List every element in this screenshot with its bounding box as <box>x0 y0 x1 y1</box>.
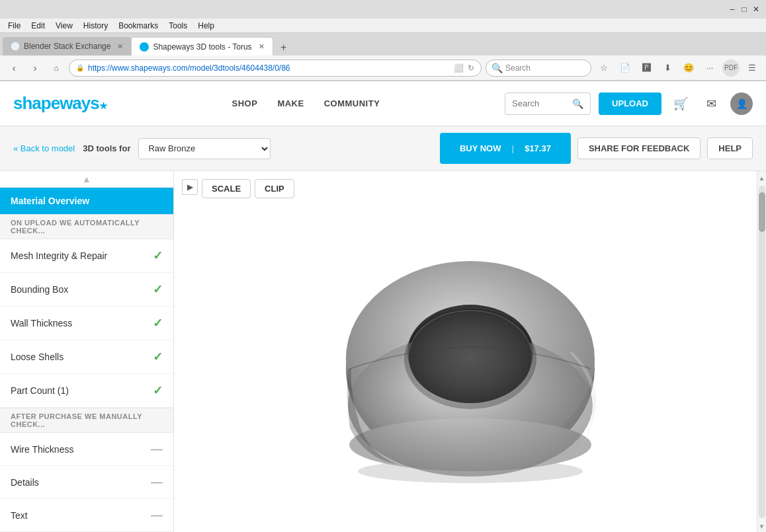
menu-tools[interactable]: Tools <box>163 21 192 30</box>
torus-model-svg <box>312 213 629 491</box>
scrollbar-down-button[interactable]: ▼ <box>757 519 767 532</box>
viewer-scrollbar[interactable]: ▲ ▼ <box>757 171 766 532</box>
tab-label-shapeways: Shapeways 3D tools - Torus <box>153 42 251 52</box>
check-details[interactable]: Details — <box>0 466 173 499</box>
check-part-label: Part Count (1) <box>11 385 69 396</box>
reader-button[interactable]: 📄 <box>617 59 634 77</box>
maximize-button[interactable]: □ <box>740 5 749 14</box>
menu-edit[interactable]: Edit <box>26 21 50 30</box>
avatar-icon: 👤 <box>736 98 747 109</box>
toolbar-right: BUY NOW | $17.37 SHARE FOR FEEDBACK HELP <box>440 133 753 164</box>
material-overview-header[interactable]: Material Overview <box>0 188 173 214</box>
buy-now-button[interactable]: BUY NOW | $17.37 <box>440 133 571 164</box>
check-bounding-box[interactable]: Bounding Box ✓ <box>0 273 173 307</box>
check-wire-label: Wire Thickness <box>11 444 73 455</box>
toolbar-left: « Back to model 3D tools for Raw Bronze … <box>13 138 271 159</box>
browser-chrome: – □ ✕ File Edit View History Bookmarks T… <box>0 0 766 81</box>
manual-check-label: AFTER PURCHASE WE MANUALLY CHECK... <box>0 408 173 433</box>
check-shells-status: ✓ <box>153 350 163 364</box>
main-content: ▲ Material Overview ON UPLOAD WE AUTOMAT… <box>0 171 766 532</box>
check-details-status: — <box>151 475 163 489</box>
check-shells-label: Loose Shells <box>11 352 64 362</box>
clip-button[interactable]: CLIP <box>255 179 294 198</box>
check-text-status: — <box>151 508 163 522</box>
check-text[interactable]: Text — <box>0 499 173 532</box>
home-button[interactable]: ⌂ <box>48 59 65 77</box>
download-button[interactable]: ⬇ <box>659 59 676 77</box>
panel-toggle-button[interactable]: ▶ <box>182 179 198 195</box>
site-logo: shapeways★ <box>13 93 107 114</box>
check-wall-label: Wall Thickness <box>11 318 72 328</box>
browser-search-icon: 🔍 <box>491 63 503 73</box>
menu-open-button[interactable]: ☰ <box>744 59 761 77</box>
nav-make[interactable]: MAKE <box>277 98 304 108</box>
title-bar: – □ ✕ <box>0 0 766 19</box>
browser-search-box[interactable]: 🔍 Search <box>486 59 591 77</box>
site-search-icon: 🔍 <box>572 98 583 109</box>
check-loose-shells[interactable]: Loose Shells ✓ <box>0 340 173 374</box>
page-toolbar: « Back to model 3D tools for Raw Bronze … <box>0 126 766 171</box>
buy-divider: | <box>512 143 515 153</box>
menu-view[interactable]: View <box>50 21 78 30</box>
close-button[interactable]: ✕ <box>751 5 761 14</box>
site-search-box[interactable]: 🔍 <box>505 93 591 115</box>
tab-close-blender[interactable]: ✕ <box>117 42 123 51</box>
check-bounding-status: ✓ <box>153 282 163 297</box>
back-to-model-link[interactable]: « Back to model <box>13 143 75 153</box>
tab-close-shapeways[interactable]: ✕ <box>259 42 265 51</box>
check-mesh-integrity[interactable]: Mesh Integrity & Repair ✓ <box>0 239 173 273</box>
reload-button[interactable]: ↻ <box>468 63 474 73</box>
share-feedback-button[interactable]: SHARE FOR FEEDBACK <box>577 137 701 159</box>
nav-community[interactable]: COMMUNITY <box>324 98 380 108</box>
tab-blender[interactable]: Blender Stack Exchange ✕ <box>3 37 131 56</box>
material-select[interactable]: Raw Bronze Polished Bronze Silver Gold S… <box>138 138 271 159</box>
pdf-button[interactable]: PDF <box>722 59 740 77</box>
minimize-button[interactable]: – <box>728 5 737 14</box>
upload-button[interactable]: UPLOAD <box>599 93 661 115</box>
check-text-label: Text <box>11 510 28 521</box>
tab-shapeways[interactable]: Shapeways 3D tools - Torus ✕ <box>131 37 273 56</box>
3d-viewer: ▶ SCALE CLIP <box>174 171 766 532</box>
check-wall-thickness[interactable]: Wall Thickness ✓ <box>0 307 173 340</box>
menu-history[interactable]: History <box>78 21 113 30</box>
mail-button[interactable]: ✉ <box>700 93 722 115</box>
nav-shop[interactable]: SHOP <box>232 98 258 108</box>
tab-favicon-blender <box>11 42 20 51</box>
check-mesh-label: Mesh Integrity & Repair <box>11 250 107 261</box>
check-mesh-status: ✓ <box>153 248 163 263</box>
page-icon: ⬜ <box>454 63 464 73</box>
scale-button[interactable]: SCALE <box>202 179 251 198</box>
url-box[interactable]: 🔒 https://www.shapeways.com/model/3dtool… <box>69 59 482 77</box>
price-label: $17.37 <box>515 138 560 159</box>
address-bar: ‹ › ⌂ 🔒 https://www.shapeways.com/model/… <box>0 56 766 81</box>
panel-scroll-up-arrow[interactable]: ▲ <box>82 174 91 184</box>
browser-search-placeholder: Search <box>505 63 531 73</box>
check-wire-thickness[interactable]: Wire Thickness — <box>0 433 173 466</box>
check-part-count[interactable]: Part Count (1) ✓ <box>0 374 173 408</box>
logo-star: ★ <box>99 100 107 111</box>
menu-help[interactable]: Help <box>192 21 220 30</box>
pocket-button[interactable]: 🅿 <box>638 59 655 77</box>
bookmark-button[interactable]: ☆ <box>595 59 613 77</box>
menu-bar: File Edit View History Bookmarks Tools H… <box>0 19 766 33</box>
buy-now-label: BUY NOW <box>450 138 511 159</box>
sync-button[interactable]: 😊 <box>680 59 697 77</box>
forward-nav-button[interactable]: › <box>26 59 44 77</box>
torus-inner-fill <box>409 312 532 403</box>
3d-model-container[interactable] <box>312 213 629 491</box>
menu-file[interactable]: File <box>3 21 26 30</box>
scrollbar-up-arrow: ▲ <box>759 174 765 182</box>
menu-bookmarks[interactable]: Bookmarks <box>113 21 163 30</box>
scrollbar-up-button[interactable]: ▲ <box>757 171 767 184</box>
help-button[interactable]: HELP <box>707 137 753 159</box>
scrollbar-thumb[interactable] <box>759 192 765 232</box>
overflow-button[interactable]: ··· <box>701 59 718 77</box>
page-content: shapeways★ SHOP MAKE COMMUNITY 🔍 UPLOAD … <box>0 81 766 532</box>
back-nav-button[interactable]: ‹ <box>5 59 22 77</box>
site-search-input[interactable] <box>512 98 568 108</box>
check-bounding-label: Bounding Box <box>11 284 68 295</box>
check-wall-status: ✓ <box>153 316 163 330</box>
cart-button[interactable]: 🛒 <box>669 93 692 115</box>
avatar[interactable]: 👤 <box>730 93 753 115</box>
new-tab-button[interactable]: + <box>276 40 292 56</box>
